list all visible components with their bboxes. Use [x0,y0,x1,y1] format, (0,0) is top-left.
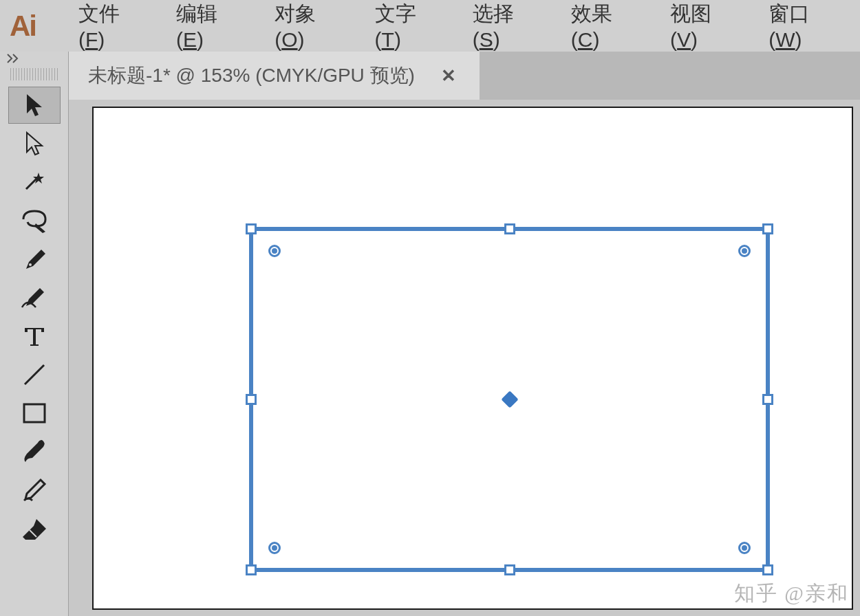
menu-file[interactable]: 文件(F) [67,0,135,56]
resize-handle-bottom[interactable] [504,564,515,575]
document-tab[interactable]: 未标题-1* @ 153% (CMYK/GPU 预览) ✕ [69,52,480,100]
menu-select[interactable]: 选择(S) [462,0,530,56]
document-tab-title: 未标题-1* @ 153% (CMYK/GPU 预览) [88,63,415,89]
line-icon [21,361,48,388]
svg-line-1 [25,365,44,384]
selection-arrow-icon [23,91,46,119]
menu-type[interactable]: 文字(T) [364,0,431,56]
menu-effect[interactable]: 效果(C) [560,0,629,56]
chevron-right-double-icon [7,54,23,63]
document-area: 未标题-1* @ 153% (CMYK/GPU 预览) ✕ [69,52,860,616]
rectangle-icon [21,402,47,425]
menu-view[interactable]: 视图(V) [659,0,727,56]
center-point-icon[interactable] [501,390,518,408]
corner-radius-handle-bottom-right[interactable] [738,542,751,554]
eraser-icon [20,515,49,542]
workspace: 未标题-1* @ 153% (CMYK/GPU 预览) ✕ [0,52,860,616]
menu-bar: Ai 文件(F) 编辑(E) 对象(O) 文字(T) 选择(S) 效果(C) 视… [0,0,860,52]
direct-selection-tool[interactable] [8,125,61,162]
line-segment-tool[interactable] [8,356,61,393]
eraser-tool[interactable] [8,510,61,547]
curvature-tool[interactable] [8,279,61,316]
lasso-tool[interactable] [8,202,61,239]
lasso-icon [19,207,50,234]
magic-wand-icon [21,168,48,196]
resize-handle-top-left[interactable] [246,223,257,234]
resize-handle-right[interactable] [762,394,773,405]
pen-tool[interactable] [8,241,61,278]
curvature-pen-icon [19,284,50,311]
resize-handle-top-right[interactable] [762,223,773,234]
panel-grip[interactable] [10,68,58,80]
shaper-tool[interactable] [8,472,61,509]
direct-selection-arrow-icon [23,130,46,157]
type-tool[interactable] [8,318,61,355]
selection-tool[interactable] [8,87,61,124]
shaper-icon [20,476,49,505]
corner-radius-handle-top-left[interactable] [268,245,281,257]
corner-radius-handle-top-right[interactable] [738,245,751,257]
canvas[interactable]: 知乎 @亲和 [69,100,860,616]
tools-panel [0,52,69,616]
panel-collapse-button[interactable] [0,52,68,65]
tab-bar-empty [480,52,860,100]
menu-window[interactable]: 窗口(W) [757,0,830,56]
svg-point-0 [29,263,32,266]
pen-nib-icon [21,245,48,273]
artboard[interactable] [92,107,853,610]
selected-rectangle[interactable] [249,227,770,572]
menu-edit[interactable]: 编辑(E) [165,0,233,56]
resize-handle-left[interactable] [246,394,257,405]
type-t-icon [22,324,47,349]
resize-handle-bottom-left[interactable] [246,564,257,575]
tab-bar: 未标题-1* @ 153% (CMYK/GPU 预览) ✕ [69,52,860,100]
magic-wand-tool[interactable] [8,164,61,201]
menu-object[interactable]: 对象(O) [264,0,333,56]
corner-radius-handle-bottom-left[interactable] [268,542,281,554]
paintbrush-tool[interactable] [8,433,61,470]
resize-handle-top[interactable] [504,223,515,234]
paintbrush-icon [20,437,49,466]
app-logo: Ai [10,10,36,43]
rectangle-tool[interactable] [8,395,61,432]
resize-handle-bottom-right[interactable] [762,564,773,575]
svg-rect-2 [24,404,45,422]
tab-close-button[interactable]: ✕ [436,63,462,89]
